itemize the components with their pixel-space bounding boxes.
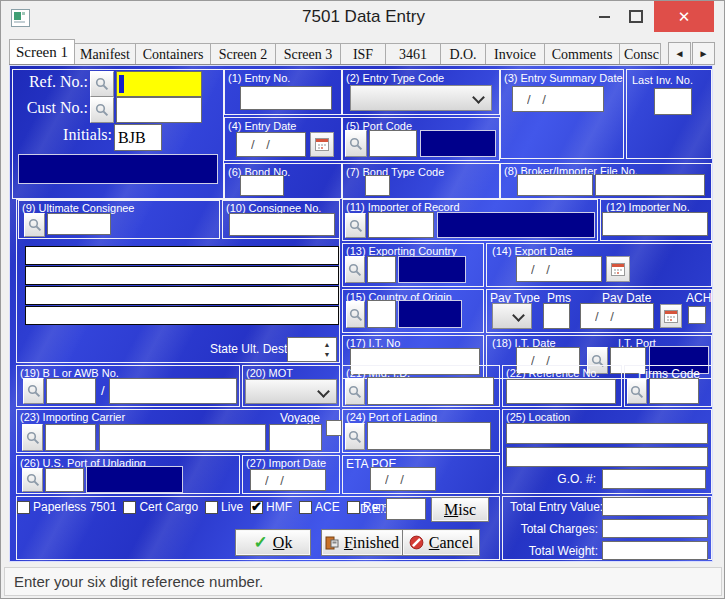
tab-do[interactable]: D.O. bbox=[440, 43, 486, 65]
total-entry-value-input[interactable] bbox=[602, 497, 708, 516]
ultimate-consignee-search-button[interactable] bbox=[24, 213, 45, 237]
checkbox-cert-cargo[interactable]: Cert Cargo bbox=[123, 500, 198, 514]
entry-date-input[interactable] bbox=[236, 132, 306, 157]
mfg-id-search-button[interactable] bbox=[345, 378, 365, 405]
firms-code-search-button[interactable] bbox=[627, 379, 647, 404]
voyage-extra-box[interactable] bbox=[326, 420, 342, 436]
export-date-input[interactable] bbox=[516, 256, 602, 282]
ultimate-consignee-input[interactable] bbox=[47, 213, 111, 235]
consignee-address-line-3[interactable] bbox=[25, 286, 339, 305]
eta-poe-input[interactable] bbox=[370, 467, 436, 491]
last-inv-no-input[interactable] bbox=[654, 88, 692, 115]
ace-checkbox[interactable] bbox=[299, 501, 312, 514]
consignee-address-line-4[interactable] bbox=[25, 306, 339, 325]
port-code-search-button[interactable] bbox=[345, 130, 367, 157]
go-no-input[interactable] bbox=[602, 469, 706, 489]
mot-dropdown[interactable] bbox=[245, 379, 337, 404]
live-checkbox[interactable] bbox=[205, 501, 218, 514]
cust-no-input[interactable] bbox=[116, 97, 202, 123]
tab-invoice[interactable]: Invoice bbox=[485, 43, 545, 65]
port-of-unlading-search-button[interactable] bbox=[22, 468, 43, 492]
cust-no-search-button[interactable] bbox=[90, 97, 114, 123]
total-charges-input[interactable] bbox=[602, 519, 708, 538]
port-of-unlading-input[interactable] bbox=[45, 468, 84, 492]
total-weight-input[interactable] bbox=[602, 541, 708, 560]
minimize-button[interactable] bbox=[589, 1, 619, 32]
misc-button[interactable]: Misc bbox=[431, 497, 489, 522]
search-icon bbox=[348, 430, 362, 444]
spinner-arrows-icon[interactable]: ▲▼ bbox=[320, 339, 334, 360]
tab-containers[interactable]: Containers bbox=[135, 43, 211, 65]
exporting-country-input[interactable] bbox=[367, 256, 396, 283]
tab-manifest[interactable]: Manifest bbox=[74, 43, 136, 65]
broker-file-no-input-2[interactable] bbox=[595, 174, 705, 196]
checkbox-paperless-7501[interactable]: Paperless 7501 bbox=[17, 500, 116, 514]
broker-file-no-input-1[interactable] bbox=[517, 174, 593, 196]
tab-3461[interactable]: 3461 bbox=[385, 43, 441, 65]
pms-input[interactable] bbox=[543, 303, 570, 329]
importer-no-input[interactable] bbox=[602, 212, 708, 236]
consignee-address-line-1[interactable] bbox=[25, 246, 339, 265]
tab-scroll-right-icon[interactable]: ► bbox=[692, 42, 715, 65]
consignee-address-line-2[interactable] bbox=[25, 266, 339, 285]
country-of-origin-search-button[interactable] bbox=[346, 301, 365, 328]
tab-screen-3[interactable]: Screen 3 bbox=[275, 43, 341, 65]
initials-input[interactable] bbox=[114, 124, 162, 151]
cancel-button[interactable]: Cancel bbox=[402, 529, 480, 556]
ach-input[interactable] bbox=[688, 306, 706, 324]
state-ult-dest-spinner[interactable]: ▲▼ bbox=[287, 337, 337, 362]
checkbox-live[interactable]: Live bbox=[205, 500, 243, 514]
paperless-7501-checkbox[interactable] bbox=[17, 501, 30, 514]
hmf-checkbox[interactable] bbox=[250, 501, 263, 514]
location-input-1[interactable] bbox=[506, 423, 708, 444]
bond-type-input[interactable] bbox=[365, 175, 390, 196]
importer-of-record-input[interactable] bbox=[368, 212, 434, 238]
de-input[interactable] bbox=[386, 498, 426, 520]
entry-date-calendar-button[interactable] bbox=[310, 132, 334, 157]
port-of-lading-input[interactable] bbox=[367, 422, 491, 450]
pay-type-dropdown[interactable] bbox=[492, 303, 532, 329]
entry-type-dropdown[interactable] bbox=[350, 85, 492, 111]
location-input-2[interactable] bbox=[506, 447, 708, 467]
tab-screen-2[interactable]: Screen 2 bbox=[210, 43, 276, 65]
pay-date-calendar-button[interactable] bbox=[660, 304, 682, 328]
close-button[interactable]: ✕ bbox=[654, 1, 714, 32]
cert-cargo-checkbox[interactable] bbox=[123, 501, 136, 514]
voyage-input[interactable] bbox=[269, 424, 322, 451]
tab-isf[interactable]: ISF bbox=[340, 43, 386, 65]
bl-awb-input-1[interactable] bbox=[46, 378, 96, 404]
tab-scroll-left-icon[interactable]: ◄ bbox=[668, 42, 691, 65]
port-of-lading-search-button[interactable] bbox=[345, 423, 365, 450]
ref-no-search-button[interactable] bbox=[90, 71, 114, 97]
state-ult-dest-label: State Ult. Dest: bbox=[210, 342, 291, 356]
ref-no-input[interactable] bbox=[116, 71, 202, 97]
bond-no-input[interactable] bbox=[240, 175, 284, 196]
checkbox-ace[interactable]: ACE bbox=[299, 500, 340, 514]
bl-awb-input-2[interactable] bbox=[109, 378, 237, 404]
remote-checkbox[interactable] bbox=[347, 501, 360, 514]
port-code-input[interactable] bbox=[369, 130, 417, 157]
consignee-no-input[interactable] bbox=[229, 213, 335, 236]
entry-no-input[interactable] bbox=[240, 86, 332, 110]
firms-code-input[interactable] bbox=[649, 378, 699, 404]
exporting-country-search-button[interactable] bbox=[345, 256, 365, 283]
bl-awb-search-button[interactable] bbox=[23, 378, 44, 404]
importing-carrier-search-button[interactable] bbox=[22, 424, 43, 451]
pay-date-input[interactable] bbox=[580, 303, 654, 329]
finished-button[interactable]: Finished bbox=[321, 529, 403, 556]
country-of-origin-input[interactable] bbox=[367, 300, 396, 328]
checkbox-hmf[interactable]: HMF bbox=[250, 500, 292, 514]
entry-summary-date-input[interactable] bbox=[512, 86, 604, 112]
maximize-button[interactable] bbox=[621, 1, 651, 32]
export-date-calendar-button[interactable] bbox=[606, 256, 630, 282]
ok-button[interactable]: ✓ Ok bbox=[235, 529, 311, 556]
importing-carrier-input-1[interactable] bbox=[45, 424, 96, 451]
tab-screen-1[interactable]: Screen 1 bbox=[9, 39, 75, 65]
mfg-id-input[interactable] bbox=[367, 377, 494, 405]
import-date-input[interactable] bbox=[250, 469, 326, 491]
tab-comments[interactable]: Comments bbox=[544, 43, 620, 65]
importing-carrier-input-2[interactable] bbox=[99, 424, 266, 451]
reference-no-input[interactable] bbox=[506, 379, 616, 404]
tab-consol[interactable]: Consc bbox=[619, 43, 661, 65]
importer-search-button[interactable] bbox=[345, 213, 366, 238]
